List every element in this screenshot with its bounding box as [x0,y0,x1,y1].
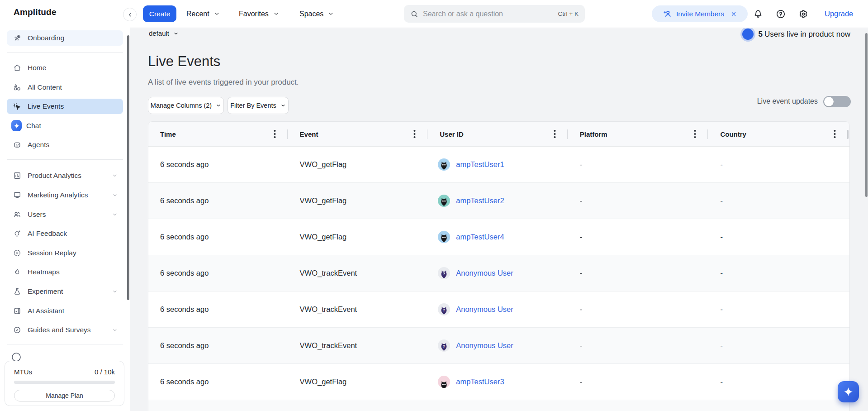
user-link[interactable]: ampTestUser1 [456,160,504,169]
toggle-knob [824,97,834,106]
amplitude-logo: Amplitude [14,7,57,17]
column-menu-icon[interactable] [554,130,556,139]
user-link[interactable]: Anonymous User [456,305,513,314]
search-input[interactable]: Search or ask a question Ctrl + K [404,5,585,23]
recent-menu[interactable]: Recent [186,0,220,28]
close-icon[interactable] [730,11,737,17]
chevron-down-icon [328,11,334,17]
table-row[interactable]: 6 seconds ago VWO_trackEvent ? Anonymous… [148,292,849,328]
people-icon [13,210,22,219]
manage-columns-button[interactable]: Manage Columns (2) [148,97,224,114]
favorites-menu[interactable]: Favorites [239,0,279,28]
sidebar-item-live-events[interactable]: Live Events [7,99,123,114]
table-row[interactable]: 6 seconds ago VWO_getFlag ampTestUser2 -… [148,183,849,219]
upgrade-link[interactable]: Upgrade [825,0,853,28]
sidebar-item-chat[interactable]: Chat [7,118,123,134]
table-scrollbar[interactable] [847,130,849,139]
chevron-down-icon [112,192,118,198]
help-icon[interactable] [775,9,786,19]
sidebar-item-label: Chat [26,122,41,130]
favorites-menu-label: Favorites [239,10,269,18]
notifications-bell-icon[interactable] [753,9,764,19]
sidebar-item-product-analytics[interactable]: Product Analytics [7,168,123,183]
user-link[interactable]: ampTestUser4 [456,233,504,241]
spaces-menu-label: Spaces [299,10,323,18]
sidebar-item-all-content[interactable]: All Content [7,80,123,95]
table-row[interactable]: 6 seconds ago VWO_getFlag ampTestUser3 -… [148,364,849,400]
sidebar-item-session-replay[interactable]: Session Replay [7,245,123,261]
workspace-selector[interactable]: default [149,29,179,37]
sidebar-item-label: Guides and Surveys [28,326,91,334]
live-users-dot [742,29,754,40]
svg-text:?: ? [443,308,446,312]
column-header-event: Event [288,122,428,146]
sidebar-item-onboarding[interactable]: Onboarding [7,30,123,46]
invite-members-button[interactable]: Invite Members [652,5,748,22]
chevron-down-icon [112,212,118,217]
chevron-down-icon [273,11,279,17]
sidebar-item-label: All Content [28,83,62,91]
sidebar-item-label: Users [28,210,46,219]
compass-icon [13,325,22,335]
sidebar-collapse-button[interactable] [123,8,137,21]
table-row[interactable]: 6 seconds ago VWO_trackEvent ? Anonymous… [148,255,849,292]
live-users-count: 5 [759,30,763,38]
user-avatar [438,195,450,207]
sidebar-item-agents[interactable]: Agents [7,137,123,153]
cell-event: VWO_trackEvent [288,292,428,327]
svg-text:?: ? [443,272,446,276]
cell-user-id: ampTestUser3 [427,364,568,400]
user-link[interactable]: Anonymous User [456,341,513,350]
search-shortcut: Ctrl + K [558,10,579,17]
sidebar-item-users[interactable]: Users [7,207,123,222]
svg-text:?: ? [443,344,446,349]
spaces-menu[interactable]: Spaces [299,0,334,28]
cell-event: VWO_trackEvent [288,255,428,291]
column-menu-icon[interactable] [834,130,836,139]
sidebar-item-experiment[interactable]: Experiment [7,284,123,299]
cell-user-id: ampTestUser2 [427,183,568,219]
sidebar-item-heatmaps[interactable]: Heatmaps [7,264,123,280]
bar-chart-icon [13,171,22,180]
sidebar-item-marketing-analytics[interactable]: Marketing Analytics [7,187,123,203]
chat-icon [13,121,22,130]
user-link[interactable]: ampTestUser3 [456,378,504,386]
sidebar-item-label: Experiment [28,287,63,296]
all-content-icon [13,83,22,92]
cell-user-id: ampTestUser4 [427,219,568,255]
sidebar-item-ai-assistant[interactable]: AI Assistant [7,303,123,319]
settings-gear-icon[interactable] [798,9,809,19]
sparkle-icon [843,386,854,397]
user-link[interactable]: Anonymous User [456,269,513,277]
live-event-updates-toggle[interactable] [823,96,851,107]
filter-by-events-button[interactable]: Filter By Events [228,97,289,114]
sidebar-item-ai-feedback[interactable]: AI Feedback [7,226,123,241]
cell-user-id: ? Anonymous User [427,292,568,327]
column-menu-icon[interactable] [413,130,416,139]
sidebar-item-label: AI Feedback [28,229,67,238]
sidebar-scrollbar[interactable] [127,35,129,300]
live-events-icon [13,102,22,111]
column-menu-icon[interactable] [694,130,696,139]
table-row[interactable]: 6 seconds ago VWO_getFlag ampTestUser1 -… [148,147,849,183]
ai-assistant-fab[interactable] [838,381,859,402]
cell-user-id: ampTestUser1 [427,147,568,182]
table-row[interactable]: 6 seconds ago VWO_getFlag ampTestUser4 -… [148,219,849,255]
sidebar-item-label: Home [28,64,46,72]
table-row[interactable]: 6 seconds ago VWO_trackEvent ? Anonymous… [148,328,849,364]
user-link[interactable]: ampTestUser2 [456,196,504,205]
page-scrollbar[interactable] [865,33,868,197]
create-button[interactable]: Create [143,5,176,22]
column-header-time: Time [148,122,288,146]
table-row-partial[interactable] [148,400,849,411]
user-avatar [438,376,450,388]
chevron-down-icon [214,11,220,17]
sidebar-item-guides-and-surveys[interactable]: Guides and Surveys [7,322,123,338]
column-menu-icon[interactable] [274,130,276,139]
recent-menu-label: Recent [186,10,209,18]
sidebar-item-home[interactable]: Home [7,60,123,76]
flame-icon [13,268,22,277]
cell-country: - [708,183,849,219]
manage-plan-button[interactable]: Manage Plan [14,390,115,401]
cell-country: - [708,328,849,363]
